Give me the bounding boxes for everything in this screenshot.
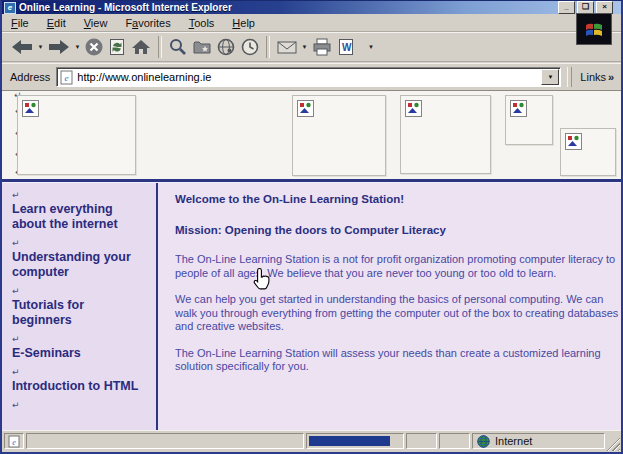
window-title: Online Learning - Microsoft Internet Exp… — [19, 2, 232, 13]
menu-view[interactable]: View — [75, 16, 117, 30]
svg-text:e: e — [65, 73, 69, 83]
favorites-button[interactable] — [190, 35, 214, 59]
download-progress-bar — [306, 433, 404, 449]
status-small-panel — [439, 433, 470, 449]
menu-help[interactable]: Help — [223, 16, 264, 30]
welcome-heading: Welcome to the On-Line Learning Station! — [175, 193, 605, 205]
toolbar-separator — [158, 36, 162, 58]
mail-button[interactable] — [274, 35, 300, 59]
broken-image-icon — [297, 100, 314, 117]
main-content: Welcome to the On-Line Learning Station!… — [158, 183, 621, 431]
menu-tools[interactable]: Tools — [180, 16, 224, 30]
image-placeholder-box[interactable] — [400, 95, 491, 174]
search-button[interactable] — [166, 35, 190, 59]
anchor-return-glyph: ↵ — [12, 367, 156, 378]
sidebar-link-computer[interactable]: Understanding your computer — [12, 250, 144, 280]
ie-throbber — [576, 13, 612, 45]
sidebar-link-html[interactable]: Introduction to HTML — [12, 379, 144, 394]
back-button[interactable] — [8, 35, 36, 59]
back-dropdown[interactable]: ▼ — [36, 35, 45, 59]
title-bar: e Online Learning - Microsoft Internet E… — [2, 1, 621, 14]
edit-dropdown[interactable]: ▼ — [366, 35, 375, 59]
links-label[interactable]: Links — [580, 71, 606, 83]
status-small-panel — [406, 433, 437, 449]
refresh-icon — [108, 37, 126, 57]
forward-button[interactable] — [45, 35, 73, 59]
image-placeholder-box[interactable] — [505, 95, 553, 145]
internet-globe-icon — [477, 435, 490, 448]
status-document-panel: e — [4, 433, 24, 449]
anchor-return-glyph: ↵ — [12, 334, 156, 345]
windows-flag-icon — [585, 21, 603, 37]
hand-cursor-pointer — [252, 267, 272, 295]
page-banner-area: ↵ ↵ ↵ ↵ ↵ — [2, 90, 621, 180]
address-input[interactable]: e http://www.onlinelearning.ie ▼ — [56, 67, 561, 87]
anchor-return-glyph: ↵ — [12, 400, 156, 411]
broken-image-icon — [405, 100, 422, 117]
browser-window: e Online Learning - Microsoft Internet E… — [0, 0, 623, 454]
ie-page-icon: e — [60, 70, 73, 85]
status-message-panel — [26, 433, 304, 449]
zone-label: Internet — [495, 435, 532, 447]
status-bar: e Internet — [2, 430, 621, 452]
history-button[interactable] — [238, 35, 262, 59]
menu-bar: File Edit View Favorites Tools Help — [2, 14, 621, 32]
menu-favorites[interactable]: Favorites — [116, 16, 179, 30]
anchor-return-glyph: ↵ — [12, 238, 156, 249]
ie-page-icon: e — [8, 435, 20, 448]
mail-dropdown[interactable]: ▼ — [300, 35, 309, 59]
toolbar-separator — [266, 36, 270, 58]
stop-icon — [84, 37, 104, 57]
address-label: Address — [10, 71, 50, 83]
resize-grip[interactable] — [606, 437, 620, 451]
media-button[interactable] — [214, 35, 238, 59]
minimize-button[interactable]: _ — [558, 1, 575, 14]
sidebar-link-eseminars[interactable]: E-Seminars — [12, 346, 144, 361]
home-button[interactable] — [128, 35, 154, 59]
sidebar-link-tutorials[interactable]: Tutorials for beginners — [12, 298, 144, 328]
broken-image-icon — [22, 100, 39, 117]
mail-icon — [276, 38, 298, 56]
navigation-sidebar: ↵ Learn everything about the internet ↵ … — [2, 183, 156, 431]
progress-fill — [309, 436, 390, 446]
address-url-text: http://www.onlinelearning.ie — [77, 71, 211, 83]
ie-window-icon: e — [4, 2, 16, 14]
sidebar-link-internet[interactable]: Learn everything about the internet — [12, 202, 144, 232]
svg-text:e: e — [12, 438, 16, 447]
stop-button[interactable] — [82, 35, 106, 59]
favorites-folder-icon — [192, 37, 212, 57]
image-placeholder-box[interactable] — [17, 95, 136, 175]
history-clock-icon — [240, 37, 260, 57]
paragraph: The On-Line Learning Station is a not fo… — [175, 253, 621, 280]
broken-image-icon — [565, 133, 582, 150]
media-globe-icon — [216, 37, 236, 57]
image-placeholder-box[interactable] — [292, 95, 386, 176]
edit-with-word-button[interactable]: W — [335, 35, 366, 59]
security-zone-panel: Internet — [472, 433, 605, 449]
address-dropdown-button[interactable]: ▼ — [541, 69, 559, 85]
anchor-return-glyph: ↵ — [12, 190, 156, 201]
print-icon — [311, 37, 333, 57]
search-icon — [168, 37, 188, 57]
forward-dropdown[interactable]: ▼ — [73, 35, 82, 59]
back-icon — [10, 37, 34, 57]
word-w-glyph: W — [342, 42, 351, 53]
paragraph: We can help you get started in understan… — [175, 293, 621, 334]
forward-icon — [47, 37, 71, 57]
anchor-return-glyph: ↵ — [12, 286, 156, 297]
standard-toolbar: ▼ ▼ ▼ — [2, 32, 621, 62]
refresh-button[interactable] — [106, 35, 128, 59]
image-placeholder-box[interactable] — [560, 128, 616, 176]
broken-image-icon — [510, 100, 527, 117]
mission-heading: Mission: Opening the doors to Computer L… — [175, 224, 605, 236]
paragraph: The On-Line Learning Station will assess… — [175, 347, 621, 374]
links-gripper[interactable] — [567, 67, 572, 87]
links-overflow-chevron[interactable]: » — [608, 71, 614, 83]
menu-file[interactable]: File — [2, 16, 38, 30]
home-icon — [130, 37, 152, 57]
address-bar: Address e http://www.onlinelearning.ie ▼… — [2, 63, 621, 91]
menu-edit[interactable]: Edit — [38, 16, 75, 30]
print-button[interactable] — [309, 35, 335, 59]
